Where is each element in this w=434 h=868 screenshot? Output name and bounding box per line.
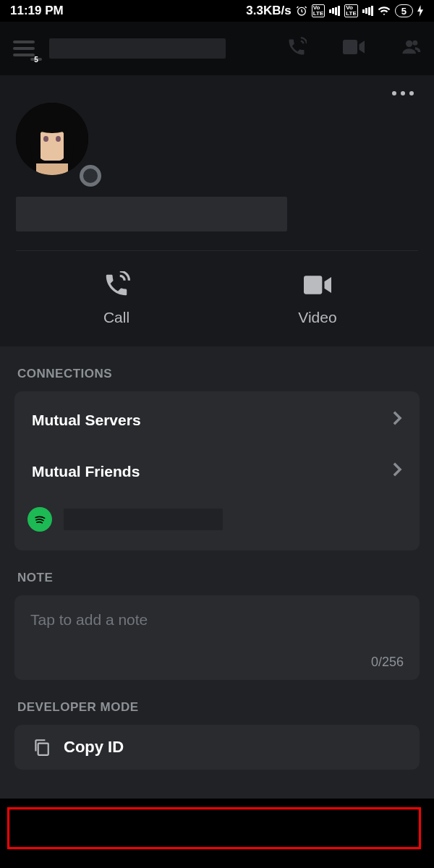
chat-header: 5 <box>0 22 434 75</box>
note-heading: NOTE <box>0 550 434 595</box>
svg-point-2 <box>406 41 412 47</box>
network-speed: 3.3KB/s <box>246 4 291 18</box>
call-label: Call <box>103 309 129 326</box>
mutual-servers-row[interactable]: Mutual Servers <box>14 391 420 448</box>
charging-icon <box>417 5 424 17</box>
svg-point-3 <box>412 41 417 46</box>
connections-heading: CONNECTIONS <box>0 346 434 391</box>
status-time: 11:19 PM <box>10 4 64 18</box>
call-button[interactable]: Call <box>16 251 217 346</box>
profile-banner: Call Video <box>0 75 434 346</box>
header-video-icon[interactable] <box>343 39 365 58</box>
header-username-redacted <box>49 38 226 59</box>
mutual-friends-row[interactable]: Mutual Friends <box>14 448 420 500</box>
chevron-right-icon <box>392 461 402 481</box>
spotify-icon <box>27 507 52 532</box>
annotation-highlight <box>7 807 421 849</box>
note-input[interactable]: Tap to add a note 0/256 <box>14 595 420 680</box>
svg-rect-1 <box>343 40 357 54</box>
developer-mode-heading: DEVELOPER MODE <box>0 680 434 725</box>
menu-button[interactable]: 5 <box>13 41 35 56</box>
connections-card: Mutual Servers Mutual Friends <box>14 391 420 550</box>
more-options-button[interactable] <box>392 91 414 95</box>
chevron-right-icon <box>392 410 402 430</box>
battery-indicator: 5 <box>395 4 413 17</box>
volte-indicator-2: VoLTE <box>344 4 358 17</box>
copy-icon <box>32 738 51 757</box>
video-button[interactable]: Video <box>217 251 418 346</box>
mutual-friends-label: Mutual Friends <box>32 463 140 480</box>
svg-rect-4 <box>304 276 322 294</box>
spotify-username-redacted <box>64 509 223 530</box>
copy-id-button[interactable]: Copy ID <box>14 725 420 770</box>
spotify-connection-row[interactable] <box>14 500 420 550</box>
signal-bars-1 <box>329 6 340 16</box>
video-icon <box>304 271 331 299</box>
phone-icon <box>103 271 130 299</box>
wifi-icon <box>378 4 391 17</box>
note-char-counter: 0/256 <box>30 655 404 670</box>
copy-id-label: Copy ID <box>64 738 124 757</box>
video-label: Video <box>298 309 336 326</box>
signal-bars-2 <box>362 6 373 16</box>
header-members-icon[interactable] <box>401 37 421 60</box>
header-call-icon[interactable] <box>286 37 307 60</box>
mutual-servers-label: Mutual Servers <box>32 412 141 429</box>
status-indicator-offline <box>80 165 101 187</box>
note-placeholder: Tap to add a note <box>30 611 404 629</box>
user-avatar[interactable] <box>16 103 95 182</box>
svg-rect-5 <box>38 744 48 755</box>
alarm-icon <box>296 5 307 17</box>
volte-indicator-1: VoLTE <box>312 4 326 17</box>
android-status-bar: 11:19 PM 3.3KB/s VoLTE VoLTE 5 <box>0 0 434 22</box>
menu-badge: 5 <box>30 58 42 61</box>
username-redacted <box>16 197 287 231</box>
